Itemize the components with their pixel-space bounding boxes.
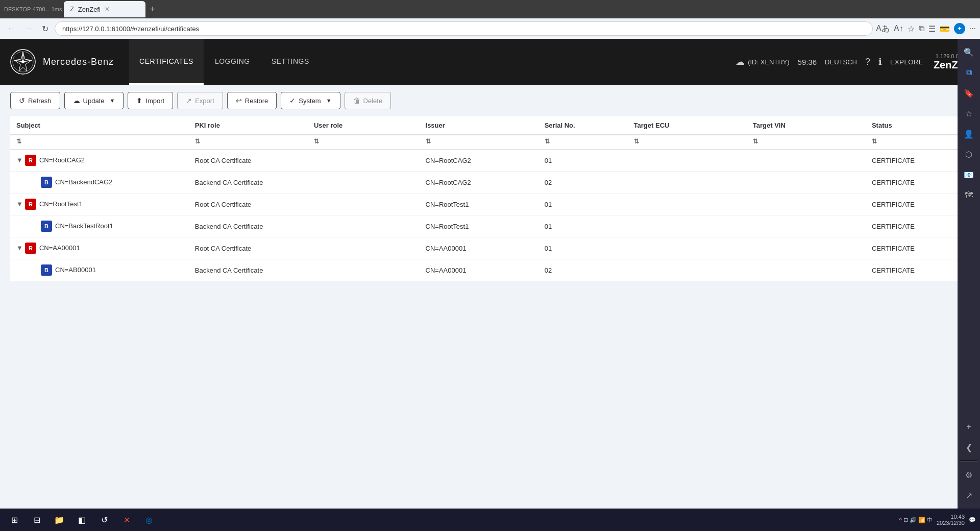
cert-serial: 02: [538, 172, 628, 194]
cert-issuer: CN=RootCAG2: [420, 172, 538, 194]
sidebar-profile-icon[interactable]: 👤: [960, 125, 978, 143]
table-row[interactable]: BCN=BackTestRoot1Backend CA CertificateC…: [10, 215, 970, 237]
filter-vin[interactable]: ⇅: [747, 135, 866, 150]
taskbar-browser-button[interactable]: ◎: [139, 511, 159, 529]
tab-settings[interactable]: SETTINGS: [261, 39, 320, 85]
system-button[interactable]: ✓ System ▼: [281, 92, 340, 109]
table-row[interactable]: ▼RCN=RootTest1Root CA CertificateCN=Root…: [10, 194, 970, 215]
taskbar-right: ^ ⊟ 🔊 📶 中 10:43 2023/12/30 💬: [899, 514, 976, 526]
folder-icon: 📁: [54, 515, 64, 525]
nav-bar: ← → ↻ Aあ A↑ ☆ ⧉ ☰ 💳 ✦ ···: [0, 18, 980, 39]
new-tab-button[interactable]: +: [150, 4, 155, 15]
update-icon: ☁: [73, 96, 80, 105]
table-row[interactable]: ▼RCN=AA00001Root CA CertificateCN=AA0000…: [10, 237, 970, 259]
sidebar-maps-icon[interactable]: 🗺: [960, 186, 978, 204]
restore-button[interactable]: ↩ Restore: [227, 92, 277, 109]
sidebar-gear-icon[interactable]: ⚙: [960, 466, 978, 484]
sidebar-edge-icon[interactable]: ⬡: [960, 145, 978, 163]
svg-point-6: [21, 60, 24, 63]
active-tab[interactable]: Z ZenZefi ✕: [64, 1, 145, 17]
filter-pki[interactable]: ⇅: [189, 135, 308, 150]
taskbar-clock[interactable]: 10:43 2023/12/30: [937, 514, 965, 526]
tab-certificates[interactable]: CERTIFICATES: [129, 39, 204, 85]
sidebar-bookmark-icon[interactable]: 🔖: [960, 84, 978, 102]
session-timer: 59:36: [798, 58, 817, 66]
split-view-icon[interactable]: ⧉: [919, 24, 924, 33]
favorites-icon[interactable]: ☆: [908, 24, 915, 34]
cert-vin: [747, 215, 866, 237]
task-view-icon: ⊟: [34, 515, 40, 525]
delete-button[interactable]: 🗑 Delete: [345, 92, 391, 109]
cert-serial: 02: [538, 259, 628, 281]
cert-issuer: CN=AA00001: [420, 237, 538, 259]
copilot-icon[interactable]: ✦: [954, 23, 965, 34]
clock-time: 10:43: [937, 514, 965, 520]
filter-status[interactable]: ⇅: [866, 135, 970, 150]
delete-icon: 🗑: [353, 96, 360, 105]
sidebar-outlook-icon[interactable]: 📧: [960, 165, 978, 184]
notifications-icon[interactable]: 💬: [969, 517, 976, 523]
cert-pki-role: Root CA Certificate: [189, 150, 308, 172]
table-row[interactable]: ▼RCN=RootCAG2Root CA CertificateCN=RootC…: [10, 150, 970, 172]
taskbar-app1-button[interactable]: ◧: [71, 511, 92, 529]
col-header-subject: Subject: [10, 116, 189, 135]
filter-subject[interactable]: ⇅: [10, 135, 189, 150]
file-explorer-button[interactable]: 📁: [49, 511, 69, 529]
filter-ecu[interactable]: ⇅: [628, 135, 747, 150]
table-row[interactable]: BCN=AB00001Backend CA CertificateCN=AA00…: [10, 259, 970, 281]
explore-button[interactable]: EXPLORE: [890, 58, 923, 66]
tab-title: ZenZefi: [78, 6, 101, 13]
back-button[interactable]: ←: [4, 22, 18, 35]
table-row[interactable]: BCN=BackendCAG2Backend CA CertificateCN=…: [10, 172, 970, 194]
cert-vin: [747, 194, 866, 215]
tab-logging[interactable]: LOGGING: [205, 39, 260, 85]
expand-icon[interactable]: ▼: [16, 156, 23, 164]
task-view-button[interactable]: ⊟: [27, 511, 47, 529]
import-button[interactable]: ⬆ Import: [128, 92, 173, 109]
filter-issuer[interactable]: ⇅: [420, 135, 538, 150]
info-icon[interactable]: ℹ: [878, 56, 882, 67]
address-bar[interactable]: [55, 21, 873, 36]
sidebar-layers-icon[interactable]: ⧉: [960, 63, 978, 82]
sidebar-external-link-icon[interactable]: ↗: [960, 486, 978, 504]
col-header-serial: Serial No.: [538, 116, 628, 135]
sidebar-plus-icon[interactable]: +: [960, 418, 978, 436]
col-header-status: Status: [866, 116, 970, 135]
taskbar-app2-button[interactable]: ↺: [94, 511, 114, 529]
favorites-bar-icon[interactable]: ☰: [928, 24, 936, 34]
refresh-button[interactable]: ↻: [39, 22, 52, 36]
update-button[interactable]: ☁ Update ▼: [64, 92, 124, 109]
tab-favicon: Z: [70, 6, 74, 13]
sidebar-star-icon[interactable]: ☆: [960, 104, 978, 123]
col-header-vin: Target VIN: [747, 116, 866, 135]
filter-serial[interactable]: ⇅: [538, 135, 628, 150]
cloud-id: (ID: XENTRY): [748, 58, 789, 66]
cert-subject: CN=AB00001: [55, 266, 96, 274]
desktop-taskbar-info: DESKTOP-4700... 1ms: [4, 6, 62, 12]
read-aloud-icon[interactable]: A↑: [894, 24, 903, 33]
browser-wallet-icon[interactable]: 💳: [940, 24, 950, 34]
sidebar-collapse-icon[interactable]: ❮: [960, 438, 978, 456]
taskbar-app3-button[interactable]: ✕: [116, 511, 137, 529]
export-button[interactable]: ↗ Export: [177, 92, 223, 109]
more-button[interactable]: ···: [969, 24, 976, 33]
refresh-button[interactable]: ↺ Refresh: [10, 92, 60, 109]
cert-vin: [747, 237, 866, 259]
language-selector[interactable]: DEUTSCH: [825, 58, 857, 66]
translate-icon[interactable]: Aあ: [876, 23, 890, 34]
forward-button[interactable]: →: [21, 22, 36, 35]
sidebar-search-icon[interactable]: 🔍: [960, 43, 978, 61]
filter-user[interactable]: ⇅: [308, 135, 420, 150]
expand-icon[interactable]: ▼: [16, 244, 23, 252]
cert-user-role: [308, 215, 420, 237]
export-icon: ↗: [186, 96, 192, 105]
tab-close-button[interactable]: ✕: [105, 6, 110, 13]
cert-subject: CN=BackTestRoot1: [55, 222, 113, 230]
start-button[interactable]: ⊞: [4, 511, 24, 529]
expand-icon[interactable]: ▼: [16, 200, 23, 208]
cert-pki-role: Backend CA Certificate: [189, 215, 308, 237]
cert-badge: B: [41, 177, 52, 188]
cert-user-role: [308, 237, 420, 259]
help-question-icon[interactable]: ?: [865, 57, 870, 67]
cert-vin: [747, 259, 866, 281]
